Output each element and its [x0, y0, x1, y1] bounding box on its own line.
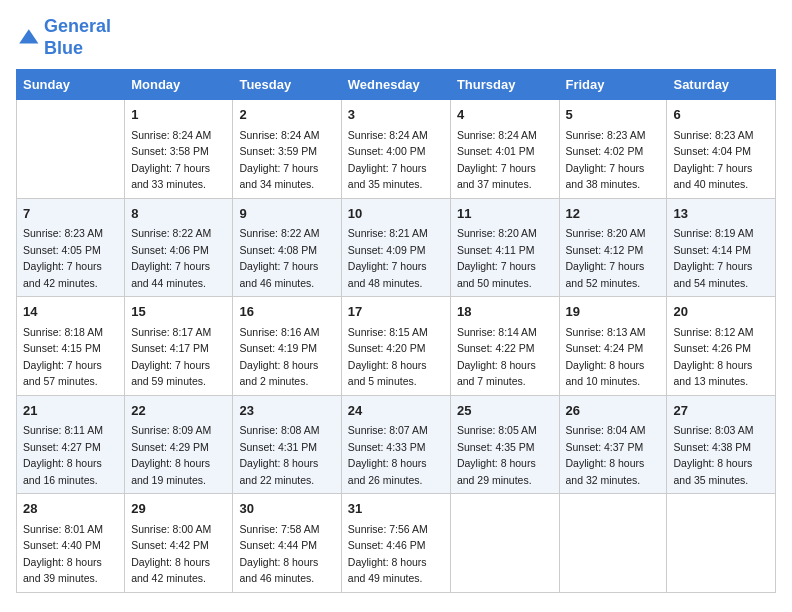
day-number: 22 — [131, 401, 226, 421]
calendar-cell: 9 Sunrise: 8:22 AMSunset: 4:08 PMDayligh… — [233, 198, 341, 297]
day-number: 8 — [131, 204, 226, 224]
day-info: Sunrise: 8:24 AMSunset: 4:00 PMDaylight:… — [348, 129, 428, 191]
day-number: 1 — [131, 105, 226, 125]
day-info: Sunrise: 8:14 AMSunset: 4:22 PMDaylight:… — [457, 326, 537, 388]
calendar-cell: 10 Sunrise: 8:21 AMSunset: 4:09 PMDaylig… — [341, 198, 450, 297]
calendar-cell: 7 Sunrise: 8:23 AMSunset: 4:05 PMDayligh… — [17, 198, 125, 297]
calendar-cell: 17 Sunrise: 8:15 AMSunset: 4:20 PMDaylig… — [341, 297, 450, 396]
day-number: 27 — [673, 401, 769, 421]
day-info: Sunrise: 8:12 AMSunset: 4:26 PMDaylight:… — [673, 326, 753, 388]
day-number: 26 — [566, 401, 661, 421]
day-info: Sunrise: 8:19 AMSunset: 4:14 PMDaylight:… — [673, 227, 753, 289]
calendar-cell: 19 Sunrise: 8:13 AMSunset: 4:24 PMDaylig… — [559, 297, 667, 396]
day-info: Sunrise: 8:03 AMSunset: 4:38 PMDaylight:… — [673, 424, 753, 486]
day-number: 9 — [239, 204, 334, 224]
calendar-cell: 12 Sunrise: 8:20 AMSunset: 4:12 PMDaylig… — [559, 198, 667, 297]
calendar-cell: 18 Sunrise: 8:14 AMSunset: 4:22 PMDaylig… — [450, 297, 559, 396]
day-number: 17 — [348, 302, 444, 322]
calendar-cell: 6 Sunrise: 8:23 AMSunset: 4:04 PMDayligh… — [667, 100, 776, 199]
calendar-cell: 23 Sunrise: 8:08 AMSunset: 4:31 PMDaylig… — [233, 395, 341, 494]
day-info: Sunrise: 8:23 AMSunset: 4:02 PMDaylight:… — [566, 129, 646, 191]
day-number: 5 — [566, 105, 661, 125]
logo: General Blue — [16, 16, 111, 59]
calendar-cell: 24 Sunrise: 8:07 AMSunset: 4:33 PMDaylig… — [341, 395, 450, 494]
day-info: Sunrise: 8:01 AMSunset: 4:40 PMDaylight:… — [23, 523, 103, 585]
day-number: 19 — [566, 302, 661, 322]
day-number: 29 — [131, 499, 226, 519]
day-info: Sunrise: 8:24 AMSunset: 4:01 PMDaylight:… — [457, 129, 537, 191]
day-info: Sunrise: 8:17 AMSunset: 4:17 PMDaylight:… — [131, 326, 211, 388]
calendar-cell: 26 Sunrise: 8:04 AMSunset: 4:37 PMDaylig… — [559, 395, 667, 494]
calendar-table: SundayMondayTuesdayWednesdayThursdayFrid… — [16, 69, 776, 593]
calendar-cell — [17, 100, 125, 199]
calendar-cell — [559, 494, 667, 593]
day-info: Sunrise: 8:09 AMSunset: 4:29 PMDaylight:… — [131, 424, 211, 486]
calendar-cell: 25 Sunrise: 8:05 AMSunset: 4:35 PMDaylig… — [450, 395, 559, 494]
day-number: 30 — [239, 499, 334, 519]
header-cell-saturday: Saturday — [667, 70, 776, 100]
day-number: 6 — [673, 105, 769, 125]
week-row: 1 Sunrise: 8:24 AMSunset: 3:58 PMDayligh… — [17, 100, 776, 199]
day-number: 25 — [457, 401, 553, 421]
day-info: Sunrise: 8:22 AMSunset: 4:08 PMDaylight:… — [239, 227, 319, 289]
calendar-cell: 16 Sunrise: 8:16 AMSunset: 4:19 PMDaylig… — [233, 297, 341, 396]
week-row: 28 Sunrise: 8:01 AMSunset: 4:40 PMDaylig… — [17, 494, 776, 593]
day-info: Sunrise: 8:18 AMSunset: 4:15 PMDaylight:… — [23, 326, 103, 388]
svg-marker-0 — [19, 29, 38, 43]
logo-icon — [16, 26, 40, 50]
day-info: Sunrise: 8:07 AMSunset: 4:33 PMDaylight:… — [348, 424, 428, 486]
calendar-cell: 27 Sunrise: 8:03 AMSunset: 4:38 PMDaylig… — [667, 395, 776, 494]
day-number: 18 — [457, 302, 553, 322]
day-number: 21 — [23, 401, 118, 421]
calendar-cell: 22 Sunrise: 8:09 AMSunset: 4:29 PMDaylig… — [125, 395, 233, 494]
day-number: 11 — [457, 204, 553, 224]
calendar-cell: 8 Sunrise: 8:22 AMSunset: 4:06 PMDayligh… — [125, 198, 233, 297]
calendar-cell: 2 Sunrise: 8:24 AMSunset: 3:59 PMDayligh… — [233, 100, 341, 199]
header-cell-thursday: Thursday — [450, 70, 559, 100]
day-info: Sunrise: 8:16 AMSunset: 4:19 PMDaylight:… — [239, 326, 319, 388]
header-cell-friday: Friday — [559, 70, 667, 100]
day-number: 10 — [348, 204, 444, 224]
calendar-cell: 1 Sunrise: 8:24 AMSunset: 3:58 PMDayligh… — [125, 100, 233, 199]
day-info: Sunrise: 8:21 AMSunset: 4:09 PMDaylight:… — [348, 227, 428, 289]
day-info: Sunrise: 8:24 AMSunset: 3:59 PMDaylight:… — [239, 129, 319, 191]
day-number: 4 — [457, 105, 553, 125]
day-number: 24 — [348, 401, 444, 421]
calendar-cell: 3 Sunrise: 8:24 AMSunset: 4:00 PMDayligh… — [341, 100, 450, 199]
calendar-cell: 29 Sunrise: 8:00 AMSunset: 4:42 PMDaylig… — [125, 494, 233, 593]
calendar-cell: 15 Sunrise: 8:17 AMSunset: 4:17 PMDaylig… — [125, 297, 233, 396]
day-info: Sunrise: 8:20 AMSunset: 4:12 PMDaylight:… — [566, 227, 646, 289]
day-info: Sunrise: 8:13 AMSunset: 4:24 PMDaylight:… — [566, 326, 646, 388]
header-cell-tuesday: Tuesday — [233, 70, 341, 100]
calendar-cell: 4 Sunrise: 8:24 AMSunset: 4:01 PMDayligh… — [450, 100, 559, 199]
week-row: 7 Sunrise: 8:23 AMSunset: 4:05 PMDayligh… — [17, 198, 776, 297]
day-number: 15 — [131, 302, 226, 322]
calendar-cell: 14 Sunrise: 8:18 AMSunset: 4:15 PMDaylig… — [17, 297, 125, 396]
day-info: Sunrise: 8:11 AMSunset: 4:27 PMDaylight:… — [23, 424, 103, 486]
calendar-cell — [667, 494, 776, 593]
day-number: 14 — [23, 302, 118, 322]
week-row: 21 Sunrise: 8:11 AMSunset: 4:27 PMDaylig… — [17, 395, 776, 494]
day-number: 3 — [348, 105, 444, 125]
calendar-cell: 20 Sunrise: 8:12 AMSunset: 4:26 PMDaylig… — [667, 297, 776, 396]
day-number: 16 — [239, 302, 334, 322]
day-number: 12 — [566, 204, 661, 224]
calendar-cell: 5 Sunrise: 8:23 AMSunset: 4:02 PMDayligh… — [559, 100, 667, 199]
day-info: Sunrise: 8:04 AMSunset: 4:37 PMDaylight:… — [566, 424, 646, 486]
day-info: Sunrise: 8:24 AMSunset: 3:58 PMDaylight:… — [131, 129, 211, 191]
logo-text-line2: Blue — [44, 38, 111, 60]
day-info: Sunrise: 8:00 AMSunset: 4:42 PMDaylight:… — [131, 523, 211, 585]
day-number: 31 — [348, 499, 444, 519]
header-row: SundayMondayTuesdayWednesdayThursdayFrid… — [17, 70, 776, 100]
day-info: Sunrise: 8:23 AMSunset: 4:04 PMDaylight:… — [673, 129, 753, 191]
calendar-cell: 11 Sunrise: 8:20 AMSunset: 4:11 PMDaylig… — [450, 198, 559, 297]
calendar-cell: 13 Sunrise: 8:19 AMSunset: 4:14 PMDaylig… — [667, 198, 776, 297]
day-info: Sunrise: 8:22 AMSunset: 4:06 PMDaylight:… — [131, 227, 211, 289]
day-number: 28 — [23, 499, 118, 519]
day-number: 7 — [23, 204, 118, 224]
day-info: Sunrise: 8:20 AMSunset: 4:11 PMDaylight:… — [457, 227, 537, 289]
calendar-cell: 21 Sunrise: 8:11 AMSunset: 4:27 PMDaylig… — [17, 395, 125, 494]
calendar-cell: 28 Sunrise: 8:01 AMSunset: 4:40 PMDaylig… — [17, 494, 125, 593]
header-cell-wednesday: Wednesday — [341, 70, 450, 100]
header-cell-monday: Monday — [125, 70, 233, 100]
